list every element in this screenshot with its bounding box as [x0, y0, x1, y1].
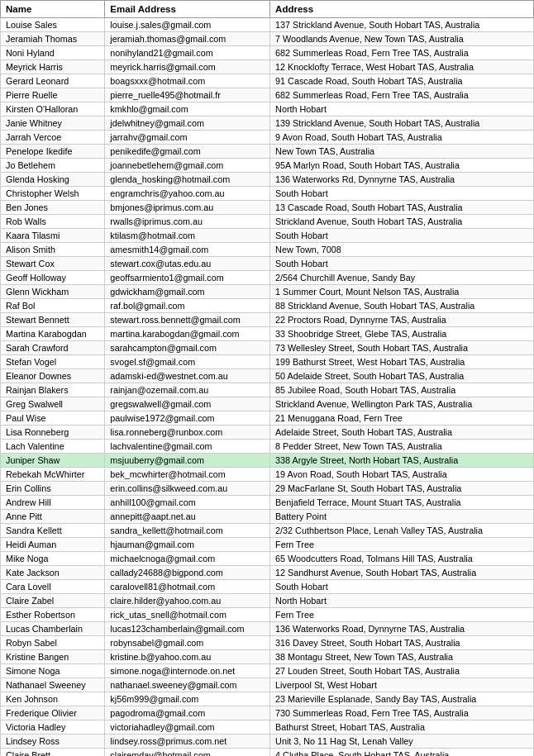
cell-email: geoffsarmiento1@gmail.com — [105, 271, 270, 285]
table-row: Kirsten O'Hallorankmkhlo@gmail.comNorth … — [1, 102, 534, 116]
table-row: Stewart Bennettstewart.ross.bennett@gmai… — [1, 313, 534, 327]
cell-email: lucas123chamberlain@gmail.com — [105, 622, 270, 636]
cell-name: Simone Noga — [1, 664, 105, 678]
cell-name: Jo Betlehem — [1, 159, 105, 173]
table-row: Christopher Welshengramchris@yahoo.com.a… — [1, 187, 534, 201]
table-row: Cara Lovellcaralovell81@hotmail.comSouth… — [1, 580, 534, 594]
cell-email: joannebetlehem@gmail.com — [105, 159, 270, 173]
cell-address: 9 Avon Road, South Hobart TAS, Australia — [270, 131, 534, 145]
table-row: Louise Saleslouise.j.sales@gmail.com137 … — [1, 18, 534, 32]
cell-email: kristine.b@yahoo.com.au — [105, 650, 270, 664]
cell-email: claire.hilder@yahoo.com.au — [105, 594, 270, 608]
cell-name: Louise Sales — [1, 18, 105, 32]
cell-address: 91 Cascade Road, South Hobart TAS, Austr… — [270, 74, 534, 88]
cell-email: rainjan@ozemail.com.au — [105, 383, 270, 397]
col-header-name: Name — [1, 1, 105, 18]
cell-name: Glenn Wickham — [1, 285, 105, 299]
cell-address: Strickland Avenue, South Hobart TAS, Aus… — [270, 215, 534, 229]
cell-name: Alison Smith — [1, 243, 105, 257]
cell-address: 2/32 Cuthbertson Place, Lenah Valley TAS… — [270, 524, 534, 538]
cell-name: Kaara Tilasmi — [1, 229, 105, 243]
cell-email: simone.noga@internode.on.net — [105, 664, 270, 678]
table-row: Glenda Hoskingglenda_hosking@hotmail.com… — [1, 173, 534, 187]
cell-email: pierre_ruelle495@hotmail.fr — [105, 88, 270, 102]
cell-name: Penelope Ikedife — [1, 145, 105, 159]
cell-address: Benjafield Terrace, Mount Stuart TAS, Au… — [270, 496, 534, 510]
cell-email: jdelwhitney@gmail.com — [105, 116, 270, 131]
cell-name: Meyrick Harris — [1, 60, 105, 74]
table-row: Kristine Bangenkristine.b@yahoo.com.au38… — [1, 650, 534, 664]
cell-email: boagsxxx@hotmail.com — [105, 74, 270, 88]
cell-email: rick_utas_snell@hotmail.com — [105, 608, 270, 622]
table-row: Gerard Leonardboagsxxx@hotmail.com91 Cas… — [1, 74, 534, 88]
cell-address: 12 Sandhurst Avenue, South Hobart TAS, A… — [270, 566, 534, 580]
cell-email: michaelcnoga@gmail.com — [105, 552, 270, 566]
cell-name: Stewart Cox — [1, 257, 105, 271]
table-row: Robyn Sabelrobynsabel@gmail.com316 Davey… — [1, 636, 534, 650]
cell-email: lindsey.ross@primus.com.net — [105, 735, 270, 749]
cell-name: Sarah Crawford — [1, 341, 105, 355]
cell-email: nonihyland21@gmail.com — [105, 46, 270, 60]
cell-address: 88 Strickland Avenue, South Hobart TAS, … — [270, 299, 534, 313]
cell-name: Jarrah Vercoe — [1, 131, 105, 145]
table-row: Raf Bolraf.bol@gmail.com88 Strickland Av… — [1, 299, 534, 313]
cell-email: louise.j.sales@gmail.com — [105, 18, 270, 32]
table-row: Esther Robertsonrick_utas_snell@hotmail.… — [1, 608, 534, 622]
cell-email: stewart.ross.bennett@gmail.com — [105, 313, 270, 327]
cell-name: Lindsey Ross — [1, 735, 105, 749]
cell-address: 65 Woodcutters Road, Tolmans Hill TAS, A… — [270, 552, 534, 566]
cell-name: Sandra Kellett — [1, 524, 105, 538]
cell-name: Robyn Sabel — [1, 636, 105, 650]
cell-email: engramchris@yahoo.com.au — [105, 187, 270, 201]
table-row: Claire Brettclairemday@hotmail.com4 Clut… — [1, 749, 534, 757]
cell-address: 50 Adelaide Street, South Hobart TAS, Au… — [270, 369, 534, 383]
table-row: Lindsey Rosslindsey.ross@primus.com.netU… — [1, 735, 534, 749]
cell-name: Victoria Hadley — [1, 720, 105, 735]
cell-address: New Town TAS, Australia — [270, 145, 534, 159]
cell-address: 136 Waterworks Road, Dynnyrne TAS, Austr… — [270, 622, 534, 636]
table-row: Erin Collinserin.collins@silkweed.com.au… — [1, 482, 534, 496]
cell-email: svogel.sf@gmail.com — [105, 355, 270, 369]
cell-address: Fern Tree — [270, 608, 534, 622]
cell-email: kj56m999@gmail.com — [105, 692, 270, 706]
table-row: Eleanor Downesadamski-ed@westnet.com.au5… — [1, 369, 534, 383]
cell-name: Rebekah McWhirter — [1, 468, 105, 482]
cell-email: sarahcampton@gmail.com — [105, 341, 270, 355]
cell-email: erin.collins@silkweed.com.au — [105, 482, 270, 496]
table-row: Jeramiah Thomasjeramiah.thomas@gmail.com… — [1, 32, 534, 46]
cell-address: 137 Strickland Avenue, South Hobart TAS,… — [270, 18, 534, 32]
cell-address: South Hobart — [270, 229, 534, 243]
cell-address: 23 Marieville Esplanade, Sandy Bay TAS, … — [270, 692, 534, 706]
cell-address: South Hobart — [270, 257, 534, 271]
cell-name: Kirsten O'Halloran — [1, 102, 105, 116]
table-row: Claire Zabelclaire.hilder@yahoo.com.auNo… — [1, 594, 534, 608]
cell-name: Kristine Bangen — [1, 650, 105, 664]
cell-email: msjuuberry@gmail.com — [105, 454, 270, 468]
cell-address: South Hobart — [270, 580, 534, 594]
table-row: Sarah Crawfordsarahcampton@gmail.com73 W… — [1, 341, 534, 355]
cell-name: Kate Jackson — [1, 566, 105, 580]
cell-address: Battery Point — [270, 510, 534, 524]
cell-address: North Hobart — [270, 102, 534, 116]
cell-email: kmkhlo@gmail.com — [105, 102, 270, 116]
cell-name: Lisa Ronneberg — [1, 426, 105, 440]
cell-name: Pierre Ruelle — [1, 88, 105, 102]
table-row: Pierre Ruellepierre_ruelle495@hotmail.fr… — [1, 88, 534, 102]
cell-email: caralovell81@hotmail.com — [105, 580, 270, 594]
cell-address: 730 Summerleas Road, Fern Tree TAS, Aust… — [270, 706, 534, 720]
cell-name: Ben Jones — [1, 201, 105, 215]
cell-address: Fern Tree — [270, 538, 534, 552]
cell-email: robynsabel@gmail.com — [105, 636, 270, 650]
cell-address: 316 Davey Street, South Hobart TAS, Aust… — [270, 636, 534, 650]
cell-email: callady24688@bigpond.com — [105, 566, 270, 580]
cell-email: jeramiah.thomas@gmail.com — [105, 32, 270, 46]
cell-email: jarrahv@gmail.com — [105, 131, 270, 145]
cell-name: Jeramiah Thomas — [1, 32, 105, 46]
cell-email: hjauman@gmail.com — [105, 538, 270, 552]
cell-name: Ken Johnson — [1, 692, 105, 706]
cell-address: 29 MacFarlane St, South Hobart TAS, Aust… — [270, 482, 534, 496]
table-row: Janie Whitneyjdelwhitney@gmail.com139 St… — [1, 116, 534, 131]
cell-address: 21 Menuggana Road, Fern Tree — [270, 411, 534, 426]
cell-address: 682 Summerleas Road, Fern Tree TAS, Aust… — [270, 88, 534, 102]
cell-name: Mike Noga — [1, 552, 105, 566]
